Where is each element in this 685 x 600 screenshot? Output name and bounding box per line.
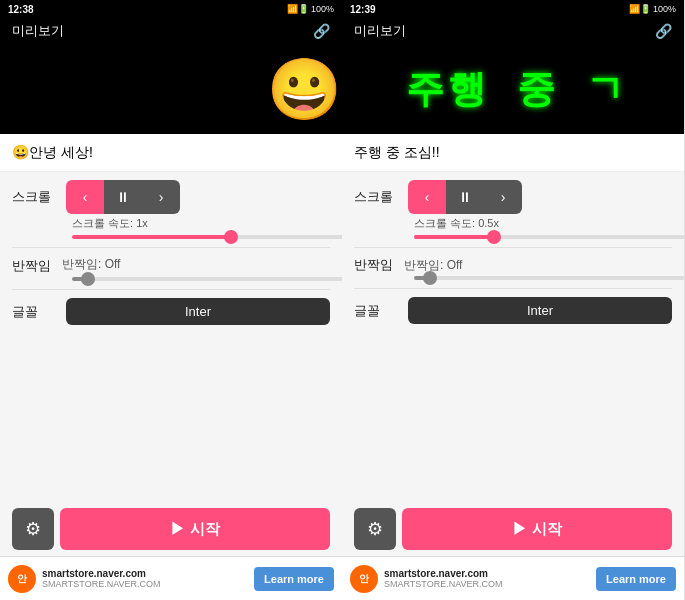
scroll-section-2: 스크롤 ‹ ⏸ › 스크롤 속도: 0.5x [354,180,672,239]
divider-4 [354,288,672,289]
preview-header-1: 미리보기 🔗 [0,18,342,44]
ad-title-2: smartstore.naver.com [384,568,503,579]
speed-label-1: 스크롤 속도: 1x [72,216,330,231]
preview-header-2: 미리보기 🔗 [342,18,684,44]
speed-slider-2[interactable] [414,235,684,239]
preview-title-2: 미리보기 [354,22,406,40]
start-btn-2[interactable]: ▶ 시작 [402,508,672,550]
ad-text-1: smartstore.naver.com SMARTSTORE.NAVER.CO… [42,568,161,589]
preview-led-text-2: 주행 중 ㄱ [398,64,628,115]
share-icon-1[interactable]: 🔗 [313,23,330,39]
speed-thumb-2[interactable] [487,230,501,244]
status-time-1: 12:38 [8,4,34,15]
scroll-label-1: 스크롤 [12,188,62,206]
scroll-row-2: 스크롤 ‹ ⏸ › [354,180,672,214]
status-time-2: 12:39 [350,4,376,15]
speed-fill-1 [72,235,231,239]
divider-1 [12,247,330,248]
scroll-next-btn-2[interactable]: › [484,180,522,214]
blink-slider-1[interactable] [72,277,342,281]
blink-section-1: 반짝임 반짝임: Off [12,256,330,281]
ad-subtitle-1: SMARTSTORE.NAVER.COM [42,579,161,589]
preview-area-1: 😀 [0,44,342,134]
message-text-2: 주행 중 조심!! [354,144,440,162]
ad-banner-1: 안 smartstore.naver.com SMARTSTORE.NAVER.… [0,556,342,600]
ad-left-1: 안 smartstore.naver.com SMARTSTORE.NAVER.… [8,565,161,593]
font-btn-2[interactable]: Inter [408,297,672,324]
message-text-1: 😀안녕 세상! [12,144,93,162]
ad-text-2: smartstore.naver.com SMARTSTORE.NAVER.CO… [384,568,503,589]
blink-section-2: 반짝임 반짝임: Off [354,256,672,280]
font-row-1: 글꼴 Inter [12,298,330,325]
scroll-section-1: 스크롤 ‹ ⏸ › 스크롤 속도: 1x [12,180,330,239]
blink-label-1: 반짝임 [12,257,62,275]
gear-btn-1[interactable]: ⚙ [12,508,54,550]
ad-subtitle-2: SMARTSTORE.NAVER.COM [384,579,503,589]
gear-btn-2[interactable]: ⚙ [354,508,396,550]
blink-slider-2[interactable] [414,276,684,280]
scroll-prev-btn-2[interactable]: ‹ [408,180,446,214]
divider-2 [12,289,330,290]
preview-title-1: 미리보기 [12,22,64,40]
ad-title-1: smartstore.naver.com [42,568,161,579]
share-icon-2[interactable]: 🔗 [655,23,672,39]
controls-1: 스크롤 ‹ ⏸ › 스크롤 속도: 1x 반짝임 반짝임: Off [0,172,342,502]
ad-icon-2: 안 [350,565,378,593]
message-area-2[interactable]: 주행 중 조심!! [342,134,684,172]
speed-slider-1[interactable] [72,235,342,239]
phone-screen-1: 12:38 📶🔋 100% 미리보기 🔗 😀 😀안녕 세상! 스크롤 ‹ ⏸ ›… [0,0,342,600]
ad-icon-1: 안 [8,565,36,593]
phone-screen-2: 12:39 📶🔋 100% 미리보기 🔗 주행 중 ㄱ 주행 중 조심!! 스크… [342,0,684,600]
ad-left-2: 안 smartstore.naver.com SMARTSTORE.NAVER.… [350,565,503,593]
preview-emoji-1: 😀 [267,54,342,125]
status-icons-2: 📶🔋 100% [629,4,676,14]
scroll-label-2: 스크롤 [354,188,404,206]
ad-banner-2: 안 smartstore.naver.com SMARTSTORE.NAVER.… [342,556,684,600]
font-label-2: 글꼴 [354,302,404,320]
bottom-buttons-2: ⚙ ▶ 시작 [342,502,684,556]
scroll-pause-btn-2[interactable]: ⏸ [446,180,484,214]
bottom-buttons-1: ⚙ ▶ 시작 [0,502,342,556]
status-bar-2: 12:39 📶🔋 100% [342,0,684,18]
message-area-1[interactable]: 😀안녕 세상! [0,134,342,172]
preview-area-2: 주행 중 ㄱ [342,44,684,134]
scroll-prev-btn-1[interactable]: ‹ [66,180,104,214]
blink-row-1: 반짝임 반짝임: Off [12,256,330,275]
font-btn-1[interactable]: Inter [66,298,330,325]
controls-2: 스크롤 ‹ ⏸ › 스크롤 속도: 0.5x 반짝임 반짝임: Off [342,172,684,502]
status-bar-1: 12:38 📶🔋 100% [0,0,342,18]
blink-thumb-1[interactable] [81,272,95,286]
status-icons-1: 📶🔋 100% [287,4,334,14]
blink-thumb-2[interactable] [423,271,437,285]
speed-label-2: 스크롤 속도: 0.5x [414,216,672,231]
blink-row-2: 반짝임 반짝임: Off [354,256,672,274]
divider-3 [354,247,672,248]
scroll-pause-btn-1[interactable]: ⏸ [104,180,142,214]
font-label-1: 글꼴 [12,303,62,321]
speed-thumb-1[interactable] [224,230,238,244]
scroll-buttons-2: ‹ ⏸ › [408,180,522,214]
learn-more-btn-2[interactable]: Learn more [596,567,676,591]
speed-fill-2 [414,235,494,239]
font-row-2: 글꼴 Inter [354,297,672,324]
start-btn-1[interactable]: ▶ 시작 [60,508,330,550]
scroll-row-1: 스크롤 ‹ ⏸ › [12,180,330,214]
scroll-buttons-1: ‹ ⏸ › [66,180,180,214]
learn-more-btn-1[interactable]: Learn more [254,567,334,591]
blink-value-1: 반짝임: Off [62,256,120,273]
blink-label-2: 반짝임 [354,256,404,274]
scroll-next-btn-1[interactable]: › [142,180,180,214]
